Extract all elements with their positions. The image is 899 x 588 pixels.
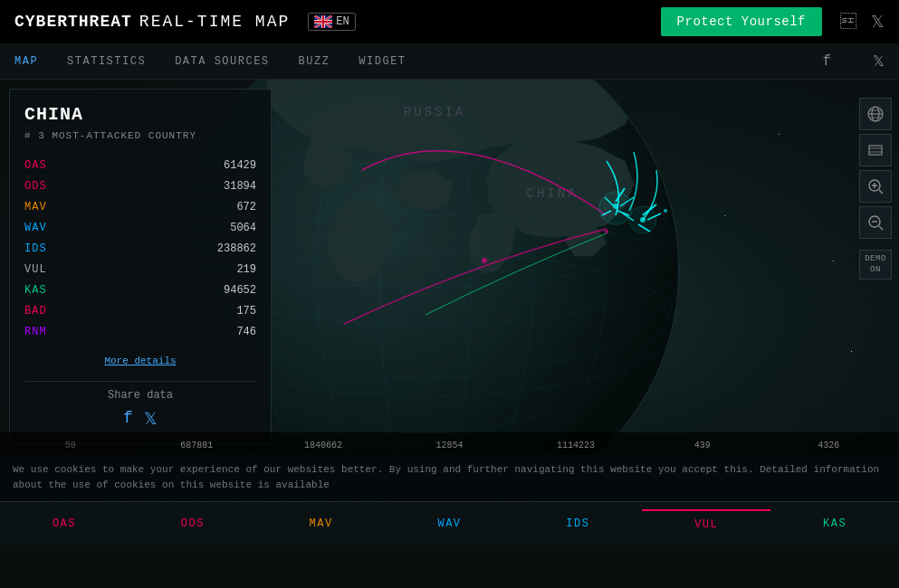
star <box>724 215 725 216</box>
stat-value-vul: 219 <box>236 263 256 276</box>
stat-value-kas: 94652 <box>224 284 256 297</box>
star <box>833 261 834 261</box>
globe-icon <box>866 105 885 123</box>
svg-point-23 <box>605 230 608 233</box>
share-icons-group: f 𝕏 <box>24 409 256 429</box>
bottom-stats-bar: 50 687881 1840662 12854 1114223 439 4326 <box>0 432 899 458</box>
demo-toggle-button[interactable]: DEMOON <box>859 250 892 280</box>
tab-ids[interactable]: IDS <box>513 510 642 537</box>
stat-label-bad: BAD <box>24 305 47 318</box>
cookie-notice: We use cookies to make your experience o… <box>0 455 899 501</box>
panel-rank: # 3 MOST-ATTACKED COUNTRY <box>24 130 256 141</box>
svg-line-40 <box>879 226 883 230</box>
stat-value-wav: 5064 <box>230 222 256 234</box>
tab-ods[interactable]: ODS <box>129 510 257 537</box>
stat-label-ods: ODS <box>24 180 47 193</box>
facebook-icon[interactable]:  <box>840 13 856 32</box>
bs-item-1: 687881 <box>134 441 261 450</box>
stat-row-mav: MAV 672 <box>24 197 256 218</box>
stat-value-ods: 31894 <box>224 180 256 193</box>
bs-item-2: 1840662 <box>260 441 387 450</box>
nav-buzz[interactable]: BUZZ <box>299 55 330 68</box>
svg-point-26 <box>629 206 656 233</box>
tab-oas[interactable]: OAS <box>0 510 129 537</box>
protect-yourself-button[interactable]: Protect Yourself <box>661 7 822 36</box>
layers-icon <box>866 141 885 159</box>
china-label: CHINA <box>526 186 578 201</box>
lang-label: EN <box>336 15 349 28</box>
social-icons:  𝕏 <box>840 12 885 32</box>
more-details-link[interactable]: More details <box>104 356 176 366</box>
nav-statistics[interactable]: STATISTICS <box>67 55 146 68</box>
nav-data-sources[interactable]: DATA SOURCES <box>175 55 269 68</box>
svg-rect-32 <box>869 146 882 155</box>
uk-flag-icon <box>314 15 332 28</box>
stat-label-vul: VUL <box>24 263 47 276</box>
map-area: RUSSIA CHINA <box>0 80 899 545</box>
tab-wav[interactable]: WAV <box>386 510 514 537</box>
logo-realtime: REAL-TIME MAP <box>139 13 290 31</box>
more-details-section: More details <box>24 352 256 368</box>
stat-label-rnm: RNM <box>24 326 47 338</box>
tab-vul[interactable]: VUL <box>642 509 770 538</box>
bottom-tab-bar: OAS ODS MAV WAV IDS VUL KAS <box>0 501 899 545</box>
star <box>851 351 852 352</box>
language-badge[interactable]: EN <box>308 13 355 31</box>
russia-label: RUSSIA <box>404 105 465 119</box>
globe-view-button[interactable] <box>859 98 892 130</box>
stat-value-rnm: 746 <box>236 326 256 338</box>
share-twitter-icon[interactable]: 𝕏 <box>144 409 158 429</box>
stat-value-ids: 238862 <box>217 242 256 255</box>
stat-label-mav: MAV <box>24 201 47 213</box>
stat-row-wav: WAV 5064 <box>24 218 256 239</box>
twitter-icon[interactable]: 𝕏 <box>871 12 885 32</box>
header-facebook-icon[interactable]: f <box>822 53 831 70</box>
stat-label-oas: OAS <box>24 159 47 172</box>
tab-kas[interactable]: KAS <box>770 510 899 537</box>
svg-line-36 <box>879 190 883 194</box>
stat-row-ids: IDS 238862 <box>24 239 256 260</box>
zoom-out-icon <box>866 213 885 232</box>
stat-value-bad: 175 <box>236 305 256 318</box>
country-panel: CHINA # 3 MOST-ATTACKED COUNTRY OAS 6142… <box>9 89 272 444</box>
panel-country-name: CHINA <box>24 104 256 125</box>
stat-row-kas: KAS 94652 <box>24 280 256 301</box>
layers-button[interactable] <box>859 134 892 166</box>
zoom-out-button[interactable] <box>859 206 892 239</box>
bs-item-5: 439 <box>639 441 766 450</box>
stat-row-bad: BAD 175 <box>24 301 256 322</box>
share-facebook-icon[interactable]: f <box>123 409 133 429</box>
stat-row-rnm: RNM 746 <box>24 322 256 343</box>
stat-row-oas: OAS 61429 <box>24 156 256 176</box>
bs-item-6: 4326 <box>765 441 892 450</box>
nav-map[interactable]: MAP <box>14 55 38 68</box>
stat-label-kas: KAS <box>24 284 47 297</box>
bs-item-4: 1114223 <box>512 441 639 450</box>
zoom-in-button[interactable] <box>859 170 892 203</box>
stat-row-vul: VUL 219 <box>24 260 256 280</box>
svg-point-25 <box>599 192 632 224</box>
cookie-text: We use cookies to make your experience o… <box>13 464 879 491</box>
nav-widget[interactable]: WIDGET <box>359 55 406 68</box>
stat-row-ods: ODS 31894 <box>24 176 256 197</box>
zoom-in-icon <box>866 177 885 195</box>
svg-point-24 <box>482 258 487 263</box>
stat-label-ids: IDS <box>24 242 47 255</box>
tab-mav[interactable]: MAV <box>257 510 386 537</box>
star <box>779 134 779 135</box>
logo: CYBERTHREAT REAL-TIME MAP EN <box>14 13 356 31</box>
share-section: Share data f 𝕏 <box>24 381 256 429</box>
logo-cyberthreat: CYBERTHREAT <box>14 13 132 31</box>
header: CYBERTHREAT REAL-TIME MAP EN Protect You… <box>0 0 899 43</box>
navigation: MAP STATISTICS DATA SOURCES BUZZ WIDGET … <box>0 43 899 80</box>
header-twitter-icon[interactable]: 𝕏 <box>873 52 885 71</box>
bs-item-3: 12854 <box>387 441 513 450</box>
svg-point-22 <box>664 209 667 213</box>
stat-value-mav: 672 <box>236 201 256 213</box>
share-label: Share data <box>24 389 256 402</box>
bs-item-0: 50 <box>7 441 134 450</box>
stat-value-oas: 61429 <box>224 159 256 172</box>
stat-label-wav: WAV <box>24 222 47 234</box>
map-controls: DEMOON <box>859 98 892 280</box>
